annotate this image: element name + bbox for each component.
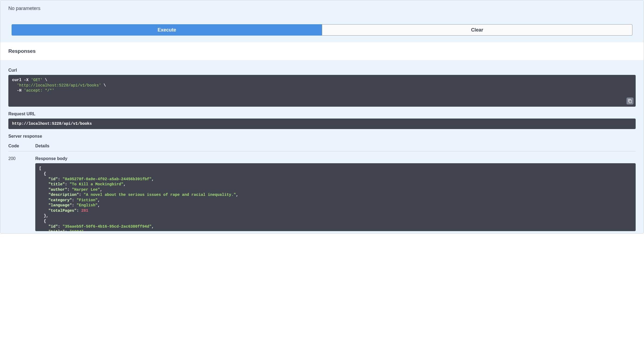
- clipboard-icon: [628, 99, 632, 103]
- clear-button[interactable]: Clear: [322, 24, 632, 36]
- response-table: Code Details 200 Response body [ { "id":…: [8, 144, 636, 231]
- curl-label: Curl: [8, 68, 636, 73]
- table-row: 200 Response body [ { "id": "8a95278f-0a…: [8, 156, 636, 231]
- status-code: 200: [8, 156, 35, 231]
- request-url-label: Request URL: [8, 112, 636, 116]
- action-button-row: Execute Clear: [8, 24, 636, 36]
- request-url-value: http://localhost:5228/api/v1/books: [12, 121, 92, 126]
- request-url-codeblock[interactable]: http://localhost:5228/api/v1/books: [8, 119, 636, 129]
- col-details-header: Details: [35, 144, 636, 148]
- endpoint-panel: No parameters Execute Clear Responses Cu…: [0, 0, 644, 234]
- parameters-section: No parameters Execute Clear: [0, 0, 644, 42]
- response-header-row: Code Details: [8, 144, 636, 151]
- no-parameters-label: No parameters: [8, 6, 636, 11]
- responses-title: Responses: [8, 48, 636, 54]
- server-response-label: Server response: [8, 134, 636, 139]
- responses-header: Responses: [0, 42, 644, 60]
- col-code-header: Code: [8, 144, 35, 148]
- response-details-cell: Response body [ { "id": "8a95278f-0a0e-4…: [35, 156, 636, 231]
- execute-button[interactable]: Execute: [12, 24, 322, 36]
- responses-section: Curl curl -X 'GET' \ 'http://localhost:5…: [0, 60, 644, 233]
- response-body-codeblock[interactable]: [ { "id": "8a95278f-0a0e-4f02-a5ab-24456…: [35, 163, 636, 231]
- curl-codeblock[interactable]: curl -X 'GET' \ 'http://localhost:5228/a…: [8, 75, 636, 107]
- response-body-label: Response body: [35, 156, 636, 161]
- copy-curl-button[interactable]: [626, 98, 633, 105]
